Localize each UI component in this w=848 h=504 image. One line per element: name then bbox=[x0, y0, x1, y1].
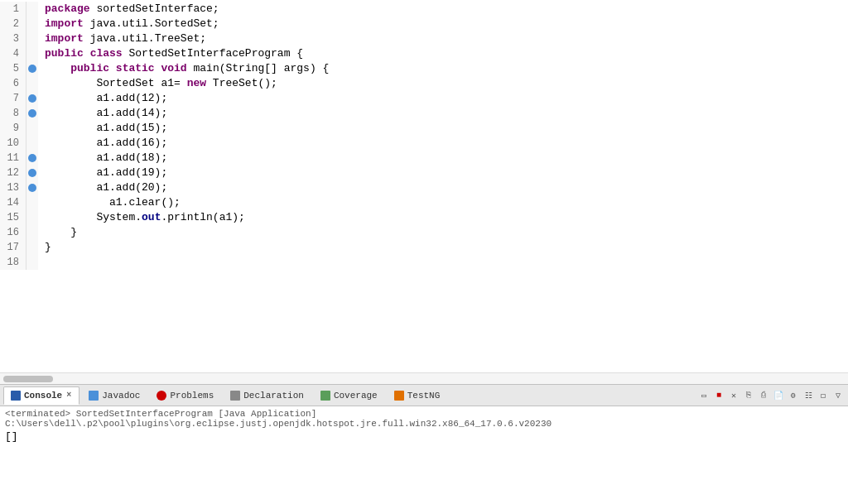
line-gutter bbox=[26, 31, 38, 46]
line-content[interactable]: a1.add(16); bbox=[38, 136, 848, 151]
line-content[interactable]: a1.clear(); bbox=[38, 195, 848, 210]
console-result: [] bbox=[5, 430, 843, 443]
line-content[interactable]: System.out.println(a1); bbox=[38, 210, 848, 225]
line-content[interactable]: import java.util.SortedSet; bbox=[38, 17, 848, 31]
code-token: out bbox=[142, 211, 161, 223]
line-content[interactable]: public class SortedSetInterfaceProgram { bbox=[38, 46, 848, 61]
code-token: new bbox=[187, 77, 206, 89]
code-token: import bbox=[45, 17, 84, 30]
line-gutter bbox=[26, 76, 38, 91]
view-btn[interactable]: ◻ bbox=[817, 389, 830, 402]
tab-bar-toolbar: ▭ ■ ✕ ⎘ ⎙ 📄 ⚙ ☷ ◻ ▽ bbox=[697, 389, 845, 402]
line-gutter bbox=[26, 225, 38, 240]
line-number: 2 bbox=[0, 17, 26, 31]
stop-btn[interactable]: ■ bbox=[712, 389, 725, 402]
code-token: class bbox=[90, 47, 123, 60]
tab-item-javadoc[interactable]: Javadoc bbox=[81, 386, 147, 405]
bottom-panel: Console×JavadocProblemsDeclarationCovera… bbox=[0, 384, 848, 504]
tab-label-testng: TestNG bbox=[407, 391, 441, 401]
code-line: 8 a1.add(14); bbox=[0, 106, 848, 121]
code-token: a1.add(15); bbox=[45, 122, 167, 134]
code-token: import bbox=[45, 32, 84, 45]
tab-label-console: Console bbox=[24, 391, 62, 401]
line-content[interactable]: } bbox=[38, 240, 848, 255]
code-line: 7 a1.add(12); bbox=[0, 91, 848, 106]
copy-btn[interactable]: ⎘ bbox=[742, 389, 755, 402]
minimize-btn[interactable]: ▭ bbox=[697, 389, 711, 402]
tab-item-declaration[interactable]: Declaration bbox=[223, 386, 311, 405]
breakpoint-dot bbox=[28, 169, 36, 177]
code-line: 11 a1.add(18); bbox=[0, 151, 848, 166]
tab-item-coverage[interactable]: Coverage bbox=[313, 386, 385, 405]
line-content[interactable]: import java.util.TreeSet; bbox=[38, 31, 848, 46]
line-content[interactable]: public static void main(String[] args) { bbox=[38, 61, 848, 76]
line-gutter bbox=[26, 46, 38, 61]
line-number: 13 bbox=[0, 180, 26, 195]
line-gutter bbox=[26, 121, 38, 136]
code-line: 14 a1.clear(); bbox=[0, 195, 848, 210]
line-number: 1 bbox=[0, 2, 26, 17]
code-editor: 1package sortedSetInterface;2import java… bbox=[0, 0, 848, 384]
testng-tab-icon bbox=[394, 391, 404, 401]
line-gutter bbox=[26, 166, 38, 180]
code-line: 5 public static void main(String[] args)… bbox=[0, 61, 848, 76]
breakpoint-dot bbox=[28, 94, 36, 103]
line-content[interactable]: a1.add(18); bbox=[38, 151, 848, 166]
breakpoint-dot bbox=[28, 154, 36, 162]
code-line: 18 bbox=[0, 255, 848, 270]
line-content[interactable]: a1.add(19); bbox=[38, 166, 848, 180]
tab-label-problems: Problems bbox=[170, 391, 214, 401]
coverage-tab-icon bbox=[320, 391, 330, 401]
code-token: a1.add(19); bbox=[45, 166, 167, 179]
line-content[interactable]: SortedSet a1= new TreeSet(); bbox=[38, 76, 848, 91]
line-number: 9 bbox=[0, 121, 26, 136]
line-number: 7 bbox=[0, 91, 26, 106]
code-token: public bbox=[70, 62, 109, 74]
tab-label-declaration: Declaration bbox=[243, 391, 304, 401]
code-line: 10 a1.add(16); bbox=[0, 136, 848, 151]
declaration-tab-icon bbox=[230, 391, 240, 401]
line-content[interactable] bbox=[38, 255, 848, 270]
tab-item-console[interactable]: Console× bbox=[3, 386, 80, 405]
clear-btn[interactable]: ✕ bbox=[727, 389, 740, 402]
line-content[interactable]: a1.add(14); bbox=[38, 106, 848, 121]
tab-close-console[interactable]: × bbox=[65, 391, 72, 400]
code-token bbox=[84, 47, 90, 60]
problems-tab-icon bbox=[157, 391, 166, 401]
tab-item-problems[interactable]: Problems bbox=[149, 386, 221, 405]
line-number: 11 bbox=[0, 151, 26, 166]
properties-btn[interactable]: ⚙ bbox=[787, 389, 800, 402]
tab-item-testng[interactable]: TestNG bbox=[387, 386, 448, 405]
code-token: } bbox=[45, 226, 77, 238]
code-line: 9 a1.add(15); bbox=[0, 121, 848, 136]
horizontal-scrollbar[interactable] bbox=[3, 376, 53, 382]
code-line: 2import java.util.SortedSet; bbox=[0, 17, 848, 31]
open-btn[interactable]: 📄 bbox=[772, 389, 785, 402]
line-gutter bbox=[26, 136, 38, 151]
line-number: 17 bbox=[0, 240, 26, 255]
line-number: 12 bbox=[0, 166, 26, 180]
line-content[interactable]: a1.add(15); bbox=[38, 121, 848, 136]
code-token: package bbox=[45, 2, 90, 15]
javadoc-tab-icon bbox=[89, 391, 99, 401]
code-area[interactable]: 1package sortedSetInterface;2import java… bbox=[0, 0, 848, 372]
line-number: 4 bbox=[0, 46, 26, 61]
line-content[interactable]: package sortedSetInterface; bbox=[38, 2, 848, 17]
paste-btn[interactable]: ⎙ bbox=[757, 389, 770, 402]
line-content[interactable]: a1.add(20); bbox=[38, 180, 848, 195]
code-token: void bbox=[161, 62, 186, 74]
code-token: TreeSet(); bbox=[206, 77, 277, 89]
line-gutter bbox=[26, 210, 38, 225]
layout-btn[interactable]: ☷ bbox=[802, 389, 815, 402]
line-number: 18 bbox=[0, 255, 26, 270]
line-content[interactable]: a1.add(12); bbox=[38, 91, 848, 106]
code-token: a1.add(18); bbox=[45, 151, 167, 164]
dropdown-btn[interactable]: ▽ bbox=[831, 389, 845, 402]
console-terminated-line: <terminated> SortedSetInterfaceProgram [… bbox=[5, 409, 843, 429]
line-content[interactable]: } bbox=[38, 225, 848, 240]
code-token: java.util.SortedSet; bbox=[84, 17, 219, 30]
code-token: main(String[] args) { bbox=[187, 62, 330, 74]
code-token: sortedSetInterface; bbox=[90, 2, 219, 15]
console-output: <terminated> SortedSetInterfaceProgram [… bbox=[0, 406, 848, 504]
line-gutter bbox=[26, 2, 38, 17]
